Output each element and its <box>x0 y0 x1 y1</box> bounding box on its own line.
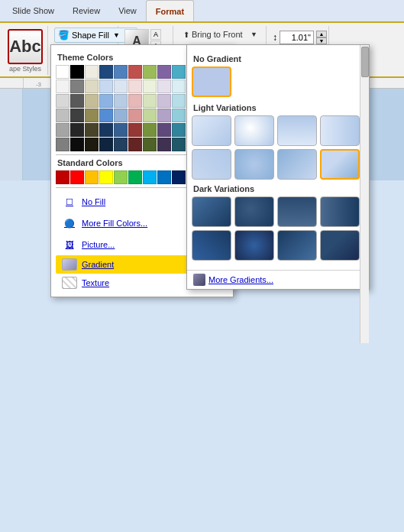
theme-color-cell-8[interactable] <box>172 65 186 79</box>
theme-color-cell-2[interactable] <box>85 65 99 79</box>
theme-color-cell-16[interactable] <box>143 79 157 93</box>
light-grad-6[interactable] <box>234 149 274 180</box>
gradient-scrollbar-thumb[interactable] <box>361 47 369 77</box>
tab-view[interactable]: View <box>109 0 146 21</box>
dark-variations-title: Dark Variations <box>193 184 363 193</box>
theme-color-cell-24[interactable] <box>114 94 128 108</box>
no-gradient-title: No Gradient <box>193 54 363 63</box>
theme-color-cell-45[interactable] <box>128 123 142 137</box>
theme-color-cell-46[interactable] <box>143 123 157 137</box>
abc-button[interactable]: Abc <box>8 29 43 64</box>
height-up-button[interactable]: ▲ <box>316 31 327 37</box>
std-color-cell-7[interactable] <box>157 170 171 184</box>
theme-color-cell-32[interactable] <box>85 109 99 122</box>
light-grad-7[interactable] <box>277 149 317 180</box>
theme-color-cell-36[interactable] <box>143 109 157 122</box>
theme-color-cell-37[interactable] <box>157 109 171 122</box>
theme-color-cell-55[interactable] <box>128 138 142 151</box>
light-grad-8[interactable] <box>320 149 360 180</box>
std-color-cell-5[interactable] <box>128 170 142 184</box>
theme-color-cell-0[interactable] <box>56 65 69 79</box>
theme-color-cell-33[interactable] <box>99 109 113 122</box>
theme-color-cell-57[interactable] <box>157 138 171 151</box>
theme-color-cell-21[interactable] <box>70 94 84 108</box>
light-grad-3[interactable] <box>277 115 317 146</box>
dark-grad-8[interactable] <box>320 230 360 261</box>
std-color-cell-0[interactable] <box>56 170 69 184</box>
theme-color-cell-25[interactable] <box>128 94 142 108</box>
light-grad-4[interactable] <box>320 115 360 146</box>
std-color-cell-2[interactable] <box>85 170 99 184</box>
theme-color-cell-31[interactable] <box>70 109 84 122</box>
std-color-cell-8[interactable] <box>172 170 186 184</box>
std-color-cell-1[interactable] <box>70 170 84 184</box>
theme-color-cell-53[interactable] <box>99 138 113 151</box>
theme-color-cell-10[interactable] <box>56 79 69 93</box>
tab-review[interactable]: Review <box>63 0 109 21</box>
height-input[interactable] <box>280 31 314 44</box>
theme-color-cell-26[interactable] <box>143 94 157 108</box>
theme-color-cell-44[interactable] <box>114 123 128 137</box>
dark-grad-7[interactable] <box>277 230 317 261</box>
no-gradient-cell[interactable] <box>192 66 231 97</box>
theme-color-cell-23[interactable] <box>99 94 113 108</box>
theme-color-cell-30[interactable] <box>56 109 69 122</box>
theme-color-cell-5[interactable] <box>128 65 142 79</box>
bring-front-button[interactable]: ⬆ Bring to Front ▼ <box>179 28 261 41</box>
light-grad-5[interactable] <box>192 149 231 180</box>
tab-slideshow[interactable]: Slide Show <box>3 0 63 21</box>
theme-color-cell-6[interactable] <box>143 65 157 79</box>
theme-color-cell-4[interactable] <box>114 65 128 79</box>
theme-color-cell-34[interactable] <box>114 109 128 122</box>
theme-color-cell-54[interactable] <box>114 138 128 151</box>
theme-color-cell-43[interactable] <box>99 123 113 137</box>
gradient-scrollbar[interactable] <box>360 45 369 343</box>
dark-grad-2[interactable] <box>234 196 274 227</box>
light-grad-1[interactable] <box>192 115 231 146</box>
theme-color-cell-52[interactable] <box>85 138 99 151</box>
std-color-cell-4[interactable] <box>114 170 128 184</box>
theme-color-cell-47[interactable] <box>157 123 171 137</box>
light-variations-title: Light Variations <box>193 103 363 112</box>
std-color-cell-3[interactable] <box>99 170 113 184</box>
theme-color-cell-58[interactable] <box>172 138 186 151</box>
theme-color-cell-20[interactable] <box>56 94 69 108</box>
theme-color-cell-50[interactable] <box>56 138 69 151</box>
gradient-scroll-area[interactable]: No Gradient Light Variations Dark Variat… <box>187 45 369 270</box>
std-color-cell-6[interactable] <box>143 170 157 184</box>
bring-front-arrow[interactable]: ▼ <box>250 31 257 38</box>
dark-grad-4[interactable] <box>320 196 360 227</box>
ribbon-tabs: Slide Show Review View Format <box>0 0 404 23</box>
dropdown-arrow-icon[interactable]: ▼ <box>113 31 120 39</box>
theme-color-cell-35[interactable] <box>128 109 142 122</box>
dark-grad-3[interactable] <box>277 196 317 227</box>
theme-color-cell-41[interactable] <box>70 123 84 137</box>
theme-color-cell-51[interactable] <box>70 138 84 151</box>
theme-color-cell-12[interactable] <box>85 79 99 93</box>
theme-color-cell-38[interactable] <box>172 109 186 122</box>
theme-color-cell-27[interactable] <box>157 94 171 108</box>
theme-color-cell-15[interactable] <box>128 79 142 93</box>
dark-grad-6[interactable] <box>234 230 274 261</box>
more-gradients-button[interactable]: More Gradients... <box>187 270 369 289</box>
dark-grad-5[interactable] <box>192 230 231 261</box>
theme-color-cell-28[interactable] <box>172 94 186 108</box>
theme-color-cell-7[interactable] <box>157 65 171 79</box>
theme-color-cell-1[interactable] <box>70 65 84 79</box>
theme-color-cell-3[interactable] <box>99 65 113 79</box>
height-down-button[interactable]: ▼ <box>316 37 327 44</box>
theme-color-cell-13[interactable] <box>99 79 113 93</box>
theme-color-cell-17[interactable] <box>157 79 171 93</box>
theme-color-cell-11[interactable] <box>70 79 84 93</box>
theme-color-cell-48[interactable] <box>172 123 186 137</box>
theme-color-cell-22[interactable] <box>85 94 99 108</box>
theme-color-cell-42[interactable] <box>85 123 99 137</box>
theme-color-cell-14[interactable] <box>114 79 128 93</box>
tab-format[interactable]: Format <box>146 0 194 21</box>
theme-color-cell-18[interactable] <box>172 79 186 93</box>
light-grad-2[interactable] <box>234 115 274 146</box>
theme-color-cell-56[interactable] <box>143 138 157 151</box>
text-outline-button[interactable]: A <box>150 29 161 40</box>
dark-grad-1[interactable] <box>192 196 231 227</box>
theme-color-cell-40[interactable] <box>56 123 69 137</box>
